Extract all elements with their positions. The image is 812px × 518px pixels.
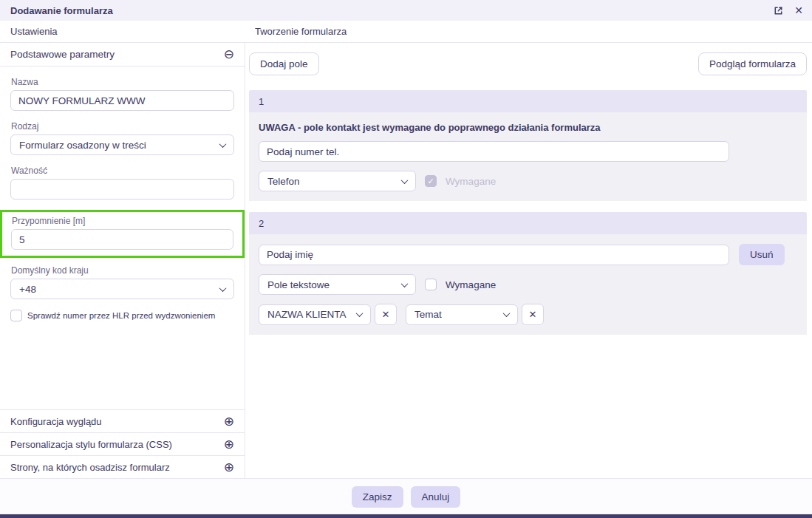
block-2-header: 2: [249, 212, 807, 234]
block-2-tags-row: NAZWA KLIENTA ✕ Temat ✕: [259, 304, 797, 325]
block-1-index: 1: [259, 96, 264, 107]
chevron-down-icon: [401, 280, 409, 287]
tag-2-value: Temat: [414, 309, 442, 320]
chevron-down-icon: [401, 177, 409, 184]
window-titlebar: Dodawanie formularza ✕: [0, 0, 812, 21]
tag-2-select[interactable]: Temat: [406, 304, 518, 325]
remove-tag-2-button[interactable]: ✕: [522, 304, 544, 325]
preview-form-button[interactable]: Podgląd formularza: [698, 52, 807, 75]
content-area: Podstawowe parametry ⊖ Nazwa Rodzaj Form…: [0, 43, 812, 478]
przypomnienie-input[interactable]: [11, 229, 233, 250]
sidebar-header: Ustawienia: [0, 26, 245, 37]
chevron-down-icon: [219, 140, 227, 148]
hlr-checkbox[interactable]: [10, 310, 22, 321]
rodzaj-select-value: Formularz osadzony w treści: [19, 140, 146, 151]
waznosc-label: Ważność: [11, 166, 234, 176]
rodzaj-select[interactable]: Formularz osadzony w treści: [10, 134, 234, 155]
section-label: Strony, na których osadzisz formularz: [10, 462, 170, 473]
waznosc-group: Ważność: [10, 166, 234, 200]
tag-1-select[interactable]: NAZWA KLIENTA: [259, 304, 371, 325]
field-1-required-label: Wymagane: [446, 176, 496, 187]
bottom-strip: [0, 514, 812, 518]
cancel-button[interactable]: Anuluj: [411, 486, 461, 508]
waznosc-input[interactable]: [10, 179, 234, 200]
section-label: Konfiguracja wyglądu: [10, 416, 102, 427]
add-field-button[interactable]: Dodaj pole: [249, 52, 319, 75]
form-field-block-1: 1 UWAGA - pole kontakt jest wymagane do …: [249, 90, 807, 201]
section-basic-params[interactable]: Podstawowe parametry ⊖: [0, 43, 245, 67]
form-field-block-2: 2 Usuń Pole tekstowe Wymagane: [249, 212, 807, 335]
block-1-header: 1: [249, 90, 807, 112]
nazwa-group: Nazwa: [10, 77, 234, 111]
save-button[interactable]: Zapisz: [352, 486, 403, 508]
block-2-index: 2: [259, 218, 264, 229]
modal-footer: Zapisz Anuluj: [0, 478, 812, 514]
chevron-down-icon: [503, 310, 511, 317]
field-2-label-input[interactable]: [259, 245, 729, 265]
section-konfiguracja-wygladu[interactable]: Konfiguracja wyglądu ⊕: [0, 409, 245, 432]
section-basic-params-label: Podstawowe parametry: [10, 49, 115, 60]
field-1-required-checkbox: ✓: [425, 175, 437, 187]
tag-1-value: NAZWA KLIENTA: [267, 309, 347, 320]
block-2-input-row: Usuń: [259, 244, 797, 265]
chevron-down-icon: [219, 284, 227, 292]
hlr-checkbox-row[interactable]: Sprawdź numer przez HLR przed wydzwonien…: [10, 310, 234, 322]
tag-group-1: NAZWA KLIENTA ✕: [259, 304, 397, 325]
block-1-type-row: Telefon ✓ Wymagane: [259, 171, 797, 191]
expand-plus-icon[interactable]: ⊕: [224, 461, 234, 474]
przypomnienie-label: Przypomnienie [m]: [12, 216, 233, 226]
field-1-type-select[interactable]: Telefon: [259, 171, 416, 191]
titlebar-icons: ✕: [773, 5, 803, 16]
nazwa-input[interactable]: [10, 90, 234, 111]
builder-toolbar: Dodaj pole Podgląd formularza: [249, 43, 807, 75]
section-strony-osadzenia[interactable]: Strony, na których osadzisz formularz ⊕: [0, 455, 245, 478]
kod-kraju-label: Domyślny kod kraju: [11, 265, 234, 276]
expand-plus-icon[interactable]: ⊕: [224, 438, 234, 451]
section-label: Personalizacja stylu formularza (CSS): [10, 439, 172, 450]
hlr-checkbox-label: Sprawdź numer przez HLR przed wydzwonien…: [27, 310, 215, 322]
subheader: Ustawienia Tworzenie formularza: [0, 21, 812, 43]
close-icon[interactable]: ✕: [794, 5, 803, 16]
main-header: Tworzenie formularza: [245, 26, 347, 37]
field-2-type-value: Pole tekstowe: [267, 279, 330, 290]
form-builder: Dodaj pole Podgląd formularza 1 UWAGA - …: [245, 43, 812, 478]
kod-kraju-select[interactable]: +48: [10, 279, 234, 299]
field-1-label-input[interactable]: [259, 141, 729, 162]
expand-plus-icon[interactable]: ⊕: [224, 415, 234, 428]
add-form-modal: Dodawanie formularza ✕ Ustawienia Tworze…: [0, 0, 812, 518]
contact-field-warning: UWAGA - pole kontakt jest wymagane do po…: [259, 122, 797, 133]
rodzaj-label: Rodzaj: [11, 121, 234, 132]
block-2-type-row: Pole tekstowe Wymagane: [259, 274, 797, 295]
settings-sidebar: Podstawowe parametry ⊖ Nazwa Rodzaj Form…: [0, 43, 245, 478]
window-title: Dodawanie formularza: [10, 5, 113, 16]
settings-fields: Nazwa Rodzaj Formularz osadzony w treści…: [0, 67, 245, 409]
collapse-minus-icon[interactable]: ⊖: [224, 48, 234, 61]
highlight-box: Przypomnienie [m]: [0, 210, 245, 258]
kod-kraju-group: Domyślny kod kraju +48: [10, 265, 234, 299]
chevron-down-icon: [356, 310, 364, 317]
tag-group-2: Temat ✕: [406, 304, 544, 325]
block-2-body: Usuń Pole tekstowe Wymagane NAZW: [249, 234, 807, 335]
block-1-body: UWAGA - pole kontakt jest wymagane do po…: [249, 112, 807, 201]
rodzaj-group: Rodzaj Formularz osadzony w treści: [10, 121, 234, 155]
field-2-required-label: Wymagane: [446, 279, 496, 290]
field-1-type-value: Telefon: [267, 176, 300, 187]
remove-tag-1-button[interactable]: ✕: [375, 304, 397, 325]
popout-icon[interactable]: [773, 5, 784, 16]
nazwa-label: Nazwa: [11, 77, 234, 87]
kod-kraju-select-value: +48: [19, 284, 36, 295]
section-personalizacja-css[interactable]: Personalizacja stylu formularza (CSS) ⊕: [0, 432, 245, 455]
collapsed-sections: Konfiguracja wyglądu ⊕ Personalizacja st…: [0, 409, 245, 478]
field-2-required-checkbox[interactable]: [425, 279, 437, 290]
remove-field-button[interactable]: Usuń: [739, 244, 785, 265]
field-2-type-select[interactable]: Pole tekstowe: [259, 274, 416, 295]
